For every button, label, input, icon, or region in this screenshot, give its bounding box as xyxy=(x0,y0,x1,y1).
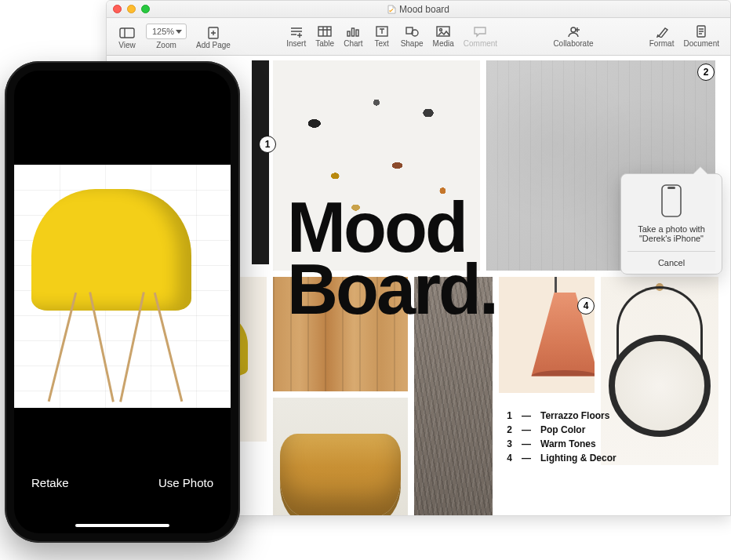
window-titlebar[interactable]: Mood board xyxy=(107,1,730,18)
insert-icon xyxy=(289,25,304,38)
iphone-device: Retake Use Photo xyxy=(5,61,240,543)
toolbar-format-button[interactable]: Format xyxy=(645,25,679,48)
zoom-value[interactable]: 125% xyxy=(146,24,187,39)
toolbar-document-button[interactable]: Document xyxy=(678,25,724,48)
popover-text-line1: Take a photo with xyxy=(627,224,715,234)
chart-icon xyxy=(345,25,361,38)
image-pendant-lamp[interactable] xyxy=(499,277,595,393)
badge-4: 4 xyxy=(577,297,595,315)
add-page-icon xyxy=(206,27,220,39)
svg-point-23 xyxy=(440,29,442,31)
legend-list[interactable]: 1 — Terrazzo Floors 2 — Pop Color 3 — Wa… xyxy=(501,409,616,465)
popover-cancel-button[interactable]: Cancel xyxy=(627,251,715,274)
legend-item: 4 — Lighting & Decor xyxy=(501,451,616,465)
document-heading[interactable]: Mood Board. xyxy=(287,197,496,321)
text-icon xyxy=(374,25,390,38)
toolbar-chart-button[interactable]: Chart xyxy=(339,25,367,48)
image-couch[interactable] xyxy=(273,398,408,516)
legend-item: 2 — Pop Color xyxy=(501,423,616,437)
badge-1: 1 xyxy=(259,136,276,153)
home-indicator[interactable] xyxy=(75,524,169,527)
media-icon xyxy=(435,25,451,38)
iphone-screen: Retake Use Photo xyxy=(14,71,231,533)
image-black-brick[interactable] xyxy=(252,60,269,264)
retake-button[interactable]: Retake xyxy=(31,476,69,489)
toolbar-add-page-button[interactable]: Add Page xyxy=(191,27,235,49)
window-traffic-lights xyxy=(113,5,150,13)
continuity-camera-popover: Take a photo with "Derek's iPhone" Cance… xyxy=(620,173,722,275)
document-icon xyxy=(387,5,396,14)
toolbar-view-button[interactable]: View xyxy=(113,27,141,49)
shape-icon xyxy=(404,25,420,38)
iphone-outline-icon xyxy=(660,184,682,218)
legend-item: 3 — Warm Tones xyxy=(501,437,616,451)
toolbar: View 125% Zoom Add Page Insert Table xyxy=(107,18,730,56)
use-photo-button[interactable]: Use Photo xyxy=(158,476,213,489)
popover-text-line2: "Derek's iPhone" xyxy=(627,234,715,243)
document-settings-icon xyxy=(694,25,708,38)
iphone-notch xyxy=(67,71,177,91)
toolbar-media-button[interactable]: Media xyxy=(428,25,459,48)
window-minimize-button[interactable] xyxy=(127,5,136,13)
window-close-button[interactable] xyxy=(113,5,122,13)
toolbar-insert-button[interactable]: Insert xyxy=(282,25,311,48)
toolbar-text-button[interactable]: Text xyxy=(368,25,396,48)
view-icon xyxy=(119,27,135,39)
image-round-mirror[interactable] xyxy=(601,277,718,465)
camera-preview[interactable] xyxy=(14,165,231,408)
svg-rect-31 xyxy=(662,185,681,216)
toolbar-zoom-dropdown[interactable]: 125% Zoom xyxy=(141,24,191,49)
window-title: Mood board xyxy=(107,4,730,15)
svg-rect-14 xyxy=(347,31,350,36)
camera-action-bar: Retake Use Photo xyxy=(14,455,231,533)
toolbar-comment-button[interactable]: Comment xyxy=(459,25,502,48)
svg-rect-32 xyxy=(667,187,675,189)
window-maximize-button[interactable] xyxy=(141,5,150,13)
legend-item: 1 — Terrazzo Floors xyxy=(501,409,616,423)
svg-rect-10 xyxy=(318,27,331,36)
toolbar-table-button[interactable]: Table xyxy=(311,25,339,48)
toolbar-shape-button[interactable]: Shape xyxy=(396,25,428,48)
svg-rect-16 xyxy=(356,30,358,36)
collaborate-icon xyxy=(566,25,581,38)
comment-icon xyxy=(472,25,488,38)
heading-line-2: Board. xyxy=(287,250,496,329)
table-icon xyxy=(317,25,333,38)
svg-rect-0 xyxy=(120,28,134,38)
svg-rect-15 xyxy=(352,28,355,36)
toolbar-collaborate-button[interactable]: Collaborate xyxy=(548,25,598,48)
format-icon xyxy=(654,25,670,38)
badge-2: 2 xyxy=(697,64,715,81)
